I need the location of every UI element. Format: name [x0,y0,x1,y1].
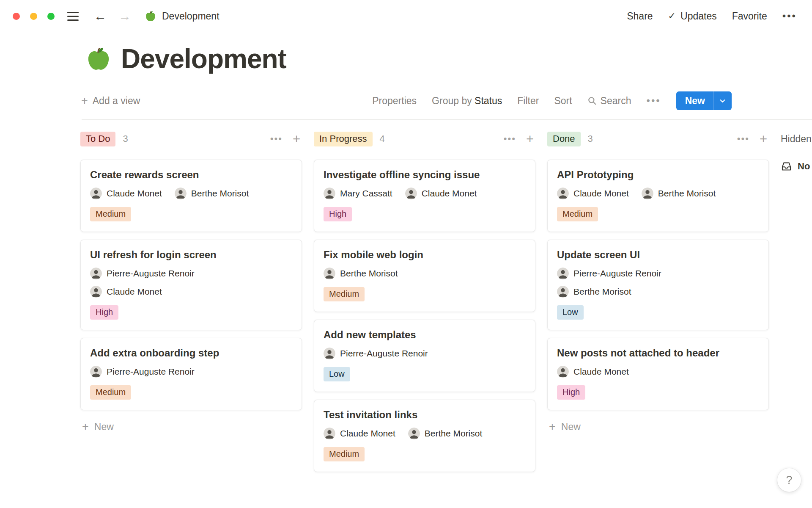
updates-button[interactable]: ✓ Updates [668,11,717,22]
column-header: To Do3•••+ [80,131,302,147]
add-card-label: New [561,421,581,433]
assignee-name: Pierre-Auguste Renoir [107,268,195,279]
minimize-window-button[interactable] [30,13,37,20]
avatar [557,366,569,378]
toolbar-more-icon[interactable]: ••• [646,95,661,107]
column-more-icon[interactable]: ••• [504,133,516,144]
assignee: Claude Monet [405,188,477,199]
page-header: Development [85,44,812,74]
back-arrow-icon[interactable]: ← [94,10,107,22]
breadcrumb[interactable]: Development [145,10,219,22]
column-add-icon[interactable]: + [760,133,767,146]
avatar [557,188,569,199]
column-more-icon[interactable]: ••• [737,133,749,144]
sidebar-menu-icon[interactable] [67,10,79,22]
avatar [405,188,417,199]
help-label: ? [786,474,792,487]
search-button[interactable]: Search [587,95,631,107]
kanban-card[interactable]: Update screen UIPierre-Auguste RenoirBer… [547,240,769,330]
column-add-icon[interactable]: + [293,133,300,146]
column-status-badge[interactable]: In Progress [314,132,373,146]
filter-button[interactable]: Filter [517,95,539,107]
assignee: Pierre-Auguste Renoir [90,366,195,378]
assignee: Berthe Morisot [324,268,398,279]
column-actions: •••+ [504,133,535,146]
inbox-icon [781,160,792,172]
column-count: 4 [380,133,385,144]
sort-button[interactable]: Sort [554,95,572,107]
add-card-button[interactable]: +New [80,421,302,433]
kanban-card[interactable]: Test invitation linksClaude MonetBerthe … [314,400,535,472]
card-title: API Prototyping [557,168,759,181]
share-button[interactable]: Share [627,11,653,22]
zoom-window-button[interactable] [47,13,55,20]
avatar [408,428,420,439]
assignee: Berthe Morisot [642,188,716,199]
columns-container: To Do3•••+Create rewards screenClaude Mo… [80,131,781,480]
new-button-label: New [676,95,713,107]
kanban-card[interactable]: Add new templatesPierre-Auguste RenoirLo… [314,320,535,392]
favorite-button[interactable]: Favorite [732,11,767,22]
card-title: Add new templates [324,329,526,341]
avatar [642,188,653,199]
column-add-icon[interactable]: + [526,133,534,146]
assignee: Claude Monet [557,366,629,378]
add-card-label: New [94,421,114,433]
group-by-button[interactable]: Group by Status [432,95,502,107]
page-emoji-green-apple-icon[interactable] [85,46,112,72]
assignee: Claude Monet [324,428,395,439]
assignee-row: Claude Monet [557,366,759,378]
assignee-row: Claude Monet [90,286,292,298]
column-status-badge[interactable]: To Do [80,132,115,146]
hidden-groups-section: Hidden groups No status [781,131,812,172]
column-status-badge[interactable]: Done [547,132,581,146]
assignee-name: Berthe Morisot [425,428,483,439]
priority-badge: Medium [324,287,365,301]
forward-arrow-icon[interactable]: → [118,10,131,22]
avatar [90,268,102,279]
avatar [90,188,102,199]
search-icon [587,96,597,105]
priority-badge: Medium [557,207,598,221]
assignee-row: Berthe Morisot [557,286,759,298]
assignee-name: Mary Cassatt [340,188,392,199]
more-options-icon[interactable]: ••• [782,10,797,22]
hidden-groups-toggle[interactable]: Hidden groups [781,131,812,147]
chevron-down-icon[interactable] [713,97,732,105]
assignee: Claude Monet [557,188,629,199]
assignee-name: Pierre-Auguste Renoir [107,367,195,377]
assignee-name: Claude Monet [340,428,395,439]
close-window-button[interactable] [13,13,20,20]
kanban-card[interactable]: Investigate offline syncing issueMary Ca… [314,160,535,232]
kanban-card[interactable]: UI refresh for login screenPierre-August… [80,240,302,330]
assignee-name: Berthe Morisot [191,188,249,199]
properties-button[interactable]: Properties [372,95,417,107]
priority-badge: Medium [324,447,365,461]
column-cards: Create rewards screenClaude MonetBerthe … [80,160,302,410]
add-card-button[interactable]: +New [547,421,769,433]
breadcrumb-label: Development [162,11,219,22]
add-view-button[interactable]: + Add a view [81,95,140,107]
avatar [324,188,335,199]
add-view-label: Add a view [93,95,140,107]
card-title: Add extra onboarding step [90,347,292,359]
board: To Do3•••+Create rewards screenClaude Mo… [0,131,812,480]
new-button[interactable]: New [676,91,732,110]
help-button[interactable]: ? [777,468,801,492]
hidden-group-no-status[interactable]: No status [781,160,812,172]
assignee: Mary Cassatt [324,188,392,199]
column-cards: Investigate offline syncing issueMary Ca… [314,160,535,472]
assignee: Berthe Morisot [408,428,483,439]
assignee-name: Berthe Morisot [658,188,716,199]
priority-badge: High [90,305,118,320]
kanban-card[interactable]: New posts not attached to headerClaude M… [547,338,769,410]
assignee-name: Pierre-Auguste Renoir [573,268,661,279]
hidden-group-label: No status [798,161,812,172]
column-actions: •••+ [270,133,302,146]
kanban-card[interactable]: Add extra onboarding stepPierre-Auguste … [80,338,302,410]
column-more-icon[interactable]: ••• [270,133,283,144]
kanban-card[interactable]: Create rewards screenClaude MonetBerthe … [80,160,302,232]
priority-badge: High [557,385,585,400]
kanban-card[interactable]: API PrototypingClaude MonetBerthe Moriso… [547,160,769,232]
kanban-card[interactable]: Fix mobile web loginBerthe MorisotMedium [314,240,535,312]
